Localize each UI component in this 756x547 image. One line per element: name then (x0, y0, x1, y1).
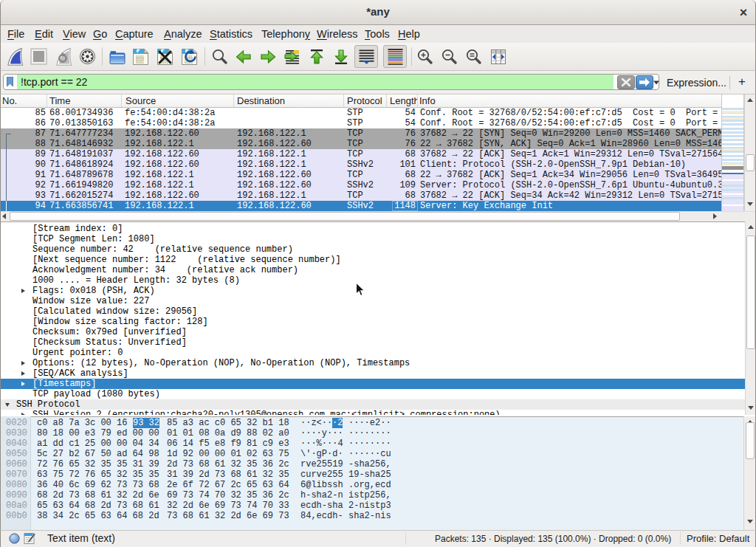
svg-text:0101: 0101 (136, 61, 144, 64)
